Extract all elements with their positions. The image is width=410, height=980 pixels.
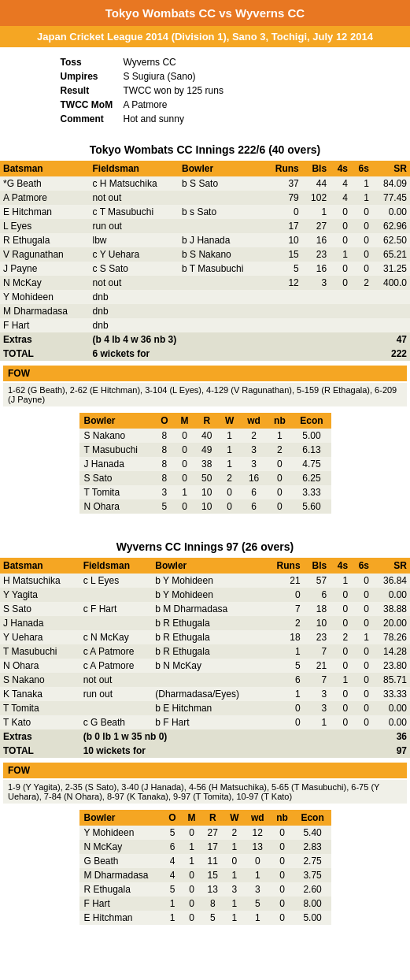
sixes: 0 xyxy=(351,233,372,247)
wickets: 2 xyxy=(224,826,245,840)
balls xyxy=(302,318,330,332)
noballs: 0 xyxy=(270,882,294,896)
noballs: 0 xyxy=(268,499,293,514)
noballs: 2 xyxy=(268,443,293,457)
bowler-name: N McKay xyxy=(79,840,163,854)
overs: 3 xyxy=(154,485,174,499)
maidens: 0 xyxy=(182,882,201,896)
mom-label: TWCC MoM xyxy=(56,98,119,112)
runs: 5 xyxy=(264,262,302,276)
sixes: 1 xyxy=(351,191,372,205)
batsman-name: L Eyes xyxy=(0,219,90,233)
fieldsman: run out xyxy=(90,219,179,233)
sixes: 1 xyxy=(351,176,372,191)
runs-given: 10 xyxy=(195,499,219,514)
runs-given: 15 xyxy=(201,868,224,882)
innings1-title: Tokyo Wombats CC Innings 222/6 (40 overs… xyxy=(0,134,410,161)
sixes: 0 xyxy=(351,644,372,659)
bowler-name: Y Mohideen xyxy=(79,826,163,840)
bowl2-col-r: R xyxy=(201,810,224,826)
innings2-fow-label: FOW xyxy=(3,763,407,778)
fours xyxy=(330,304,351,318)
table-row: F Hart 1 0 8 1 5 0 8.00 xyxy=(79,896,331,911)
match-info-section: Toss Wyverns CC Umpires S Sugiura (Sano)… xyxy=(56,55,355,126)
balls: 21 xyxy=(304,659,331,673)
batsman-name: Y Yagita xyxy=(0,588,80,602)
wides: 5 xyxy=(245,896,270,911)
bowler: b R Ethugala xyxy=(152,644,266,659)
bowler-name: G Beath xyxy=(79,854,163,868)
fours: 0 xyxy=(330,262,351,276)
fieldsman: c T Masubuchi xyxy=(90,205,179,219)
wickets: 1 xyxy=(224,911,245,925)
sr: 85.71 xyxy=(372,673,410,687)
table-row: Y Mohideen 5 0 27 2 12 0 5.40 xyxy=(79,826,331,840)
table-row: F Hart dnb xyxy=(0,318,410,332)
economy: 6.25 xyxy=(292,471,331,485)
economy: 3.75 xyxy=(294,868,331,882)
economy: 5.00 xyxy=(292,429,331,443)
bowler-name: R Ethugala xyxy=(79,882,163,896)
noballs: 0 xyxy=(270,896,294,911)
innings2-total-runs: 97 xyxy=(266,744,410,758)
batsman-name: Y Mohideen xyxy=(0,290,90,304)
wickets: 2 xyxy=(219,471,241,485)
batsman-name: N Ohara xyxy=(0,659,80,673)
bowl2-col-econ: Econ xyxy=(294,810,331,826)
wickets: 1 xyxy=(219,457,241,471)
bowler: b J Hanada xyxy=(179,233,264,247)
col2-runs: Runs xyxy=(266,558,304,574)
bowler: b R Ethugala xyxy=(152,630,266,644)
bowler: b S Nakano xyxy=(179,247,264,262)
balls: 57 xyxy=(304,574,331,588)
col2-bls: Bls xyxy=(304,558,331,574)
innings2-total-desc: 10 wickets for xyxy=(80,744,266,758)
batsman-name: S Sato xyxy=(0,602,80,616)
innings2-bowling-table: Bowler O M R W wd nb Econ Y Mohideen 5 0… xyxy=(79,810,331,925)
bowl-col-o: O xyxy=(154,413,174,429)
sixes: 0 xyxy=(351,247,372,262)
table-row: Y Uehara c N McKay b R Ethugala 18 23 2 … xyxy=(0,630,410,644)
fours: 0 xyxy=(330,701,351,715)
noballs: 0 xyxy=(268,471,293,485)
bowl-col-w: W xyxy=(219,413,241,429)
col2-fieldsman: Fieldsman xyxy=(80,558,153,574)
sixes: 0 xyxy=(351,673,372,687)
maidens: 0 xyxy=(182,911,201,925)
balls: 7 xyxy=(304,644,331,659)
fours: 0 xyxy=(330,616,351,630)
bowler: (Dharmadasa/Eyes) xyxy=(152,687,266,701)
umpires-label: Umpires xyxy=(56,69,119,84)
maidens: 0 xyxy=(175,499,195,514)
balls: 23 xyxy=(304,630,331,644)
balls: 10 xyxy=(304,616,331,630)
table-row: S Sato 8 0 50 2 16 0 6.25 xyxy=(79,471,331,485)
col-4s: 4s xyxy=(330,161,351,176)
balls: 102 xyxy=(302,191,330,205)
sr xyxy=(372,290,410,304)
economy: 2.60 xyxy=(294,882,331,896)
maidens: 0 xyxy=(175,457,195,471)
table-row: N McKay not out 12 3 0 2 400.0 xyxy=(0,276,410,290)
comment-label: Comment xyxy=(56,112,119,126)
bowler-name: T Masubuchi xyxy=(79,443,155,457)
runs: 12 xyxy=(264,276,302,290)
table-row: J Hanada 8 0 38 1 3 0 4.75 xyxy=(79,457,331,471)
fieldsman: dnb xyxy=(90,290,179,304)
innings1-extras-desc: (b 4 lb 4 w 36 nb 3) xyxy=(90,332,264,347)
page-title: Tokyo Wombats CC vs Wyverns CC xyxy=(0,0,410,26)
runs: 37 xyxy=(264,176,302,191)
wickets: 1 xyxy=(224,868,245,882)
batsman-name: T Kato xyxy=(0,715,80,729)
bowl-col-wd: wd xyxy=(241,413,268,429)
batsman-name: V Ragunathan xyxy=(0,247,90,262)
bowl2-col-name: Bowler xyxy=(79,810,163,826)
runs-given: 8 xyxy=(201,896,224,911)
fours: 1 xyxy=(330,247,351,262)
innings2-bowling-section: Bowler O M R W wd nb Econ Y Mohideen 5 0… xyxy=(79,810,331,925)
sixes: 0 xyxy=(351,616,372,630)
bowler-name: J Hanada xyxy=(79,457,155,471)
bowler: b Y Mohideen xyxy=(152,574,266,588)
wides: 3 xyxy=(241,443,268,457)
batsman-name: M Dharmadasa xyxy=(0,304,90,318)
